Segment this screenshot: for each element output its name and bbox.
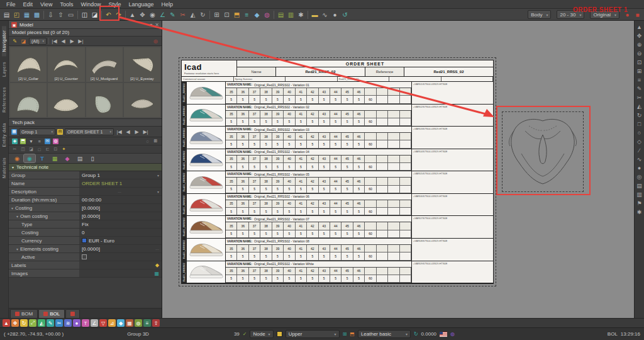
last-sheet-button[interactable]: ▶| — [142, 128, 149, 135]
pen-icon[interactable]: ✎ — [168, 10, 177, 20]
technical-note-header[interactable]: ▾ Technical note — [9, 164, 162, 171]
sync-icon[interactable]: ↻ — [414, 331, 418, 337]
layers-icon[interactable]: ≡ — [242, 10, 252, 20]
menu-language[interactable]: Language — [125, 1, 157, 8]
material-icon[interactable]: ◆ — [252, 10, 262, 20]
rr-fit-icon[interactable]: ⊡ — [635, 58, 643, 66]
rr-wave-icon[interactable]: ∿ — [635, 155, 643, 163]
bs-export-icon[interactable]: ⇧ — [152, 319, 160, 327]
rr-cut-icon[interactable]: ✂ — [635, 93, 643, 101]
property-row[interactable]: Type Fix — [9, 220, 162, 229]
import-icon[interactable]: ⇩ — [46, 10, 55, 20]
mode-note-icon[interactable]: ◉ — [24, 154, 35, 162]
rr-hand-icon[interactable]: ✥ — [635, 31, 643, 40]
variation-row[interactable]: Red21_RRSS02 VARIATION NAME: Original_Re… — [182, 194, 493, 217]
menu-file[interactable]: File — [3, 1, 19, 8]
label-tag-icon[interactable]: ⬥ — [155, 262, 159, 269]
export-icon[interactable]: ⇧ — [56, 10, 65, 20]
model-piece-thumbnail[interactable]: [2] U_Collar — [10, 47, 47, 82]
variation-row[interactable]: Red21_RRSS02 VARIATION NAME: Original_Re… — [182, 149, 493, 172]
bs-color-icon[interactable]: ◍ — [135, 319, 142, 327]
property-row[interactable]: ▾Own costing [0.0000] — [9, 212, 162, 220]
property-value[interactable]: [0.0000] — [79, 204, 162, 212]
box-icon[interactable]: □ — [36, 147, 42, 152]
mirror-icon[interactable]: ◭ — [188, 10, 197, 20]
property-value[interactable] — [79, 253, 162, 261]
link-icon[interactable]: ◈ — [12, 139, 18, 144]
variation-row[interactable]: Red21_RRSS02 VARIATION NAME: Original_Re… — [182, 261, 493, 284]
property-row[interactable]: Active — [9, 253, 162, 261]
property-value[interactable]: ORDER SHEET 1 — [79, 179, 162, 187]
property-row[interactable]: Duration (hh:mm:ss) 00:00:00 — [9, 196, 162, 204]
lock-icon[interactable]: ⬒ — [20, 139, 26, 144]
rotate-icon[interactable]: ↻ — [198, 10, 208, 20]
order-sheet-document[interactable]: Icad Footwear revolution starts here ORD… — [181, 60, 494, 284]
eraser-icon[interactable]: ◪ — [20, 38, 27, 45]
rr-target-icon[interactable]: ◎ — [635, 173, 643, 181]
point-icon[interactable]: ● — [330, 10, 340, 20]
rail-tab-references[interactable]: References — [2, 82, 6, 117]
bs-seam-icon[interactable]: ≋ — [64, 319, 72, 327]
save-all-icon[interactable]: ▩ — [32, 10, 42, 20]
first-sheet-button[interactable]: |◀ — [116, 128, 123, 135]
palette-icon[interactable]: ◍ — [53, 139, 58, 144]
mail-icon[interactable]: ✉ — [45, 139, 50, 144]
variation-row[interactable]: Red21_RRSS02 VARIATION NAME: Original_Re… — [182, 127, 493, 149]
rr-rotate-icon[interactable]: ↻ — [635, 111, 643, 119]
pieces-filter-select[interactable]: (All)▾ — [29, 38, 47, 45]
bs-punch-icon[interactable]: ● — [73, 319, 80, 327]
pan-icon[interactable]: ✥ — [138, 10, 147, 20]
chevron-down-icon[interactable]: ▾ — [157, 173, 159, 178]
rr-flag-icon[interactable]: ⚑ — [635, 199, 643, 207]
property-value[interactable]: ▦ — [79, 269, 162, 277]
property-value[interactable]: 0 — [79, 229, 162, 236]
variation-row[interactable]: Red21_RRSS02 VARIATION NAME: Original_Re… — [182, 82, 493, 105]
knife-icon[interactable]: ✂ — [178, 10, 187, 20]
pin-icon[interactable]: ▼ — [28, 139, 34, 144]
color-swatch[interactable] — [277, 331, 282, 337]
close-panel-icon[interactable]: ✕ — [155, 22, 159, 28]
lock-icon[interactable]: ⬒ — [350, 331, 355, 337]
rr-mirror-icon[interactable]: ◭ — [635, 102, 643, 110]
language-flag-icon[interactable] — [440, 332, 447, 337]
tech-pack-icon[interactable]: ▥ — [286, 10, 296, 20]
next-sheet-button[interactable]: ▶ — [133, 128, 140, 135]
bs-material-icon[interactable]: ▦ — [126, 319, 133, 327]
property-value[interactable]: Group 1▾ — [79, 171, 162, 179]
brush-icon[interactable]: ✎ — [11, 38, 18, 45]
model-piece-thumbnail[interactable] — [10, 83, 47, 118]
grid-icon[interactable]: ⊞ — [153, 139, 158, 144]
drawing-canvas[interactable]: Icad Footwear revolution starts here ORD… — [162, 21, 634, 318]
property-value[interactable]: 00:00:00 — [79, 196, 162, 203]
layer-select[interactable]: Upper▾ — [286, 330, 340, 338]
bs-select-icon[interactable]: ▲ — [3, 319, 10, 327]
copy-icon[interactable]: ◫ — [20, 147, 26, 152]
image-icon[interactable]: ▦ — [154, 271, 159, 276]
mode-page-icon[interactable]: ▯ — [87, 154, 98, 162]
paste-icon[interactable]: ◪ — [28, 147, 34, 152]
bs-layers-icon[interactable]: ≡ — [143, 319, 151, 327]
bs-notch-icon[interactable]: ▽ — [99, 319, 107, 327]
rr-stack-icon[interactable]: ▤ — [635, 181, 643, 190]
rr-square-icon[interactable]: □ — [635, 120, 643, 128]
snap-icon[interactable]: ⊡ — [222, 10, 231, 20]
rr-pen-icon[interactable]: ✎ — [635, 84, 643, 93]
rr-diamond-icon[interactable]: ◇ — [635, 137, 643, 145]
property-row[interactable]: ▾Costing [0.0000] — [9, 204, 162, 212]
material-select[interactable]: Leather basic▾ — [358, 330, 411, 338]
last-piece-button[interactable]: ▶| — [77, 38, 84, 45]
list-icon[interactable]: ≡ — [36, 139, 42, 144]
select-icon[interactable]: ▲ — [128, 10, 137, 20]
active-checkbox[interactable] — [82, 254, 87, 259]
variation-row[interactable]: Red21_RRSS02 VARIATION NAME: Original_Re… — [182, 239, 493, 261]
rr-zoom-in-icon[interactable]: ⊕ — [635, 40, 643, 48]
property-row[interactable]: Costing 0 — [9, 229, 162, 237]
bs-grade-icon[interactable]: ⊿ — [108, 319, 116, 327]
tab-bom[interactable]: BOM — [10, 309, 38, 318]
refresh-icon[interactable]: ↺ — [340, 10, 350, 20]
lock-icon[interactable]: ⬒ — [232, 10, 242, 20]
rr-circle-icon[interactable]: ○ — [635, 128, 643, 137]
rail-tab-entity-data[interactable]: Entity data — [2, 118, 6, 152]
mode-text-icon[interactable]: T — [36, 154, 48, 162]
rr-gear-icon[interactable]: ✱ — [635, 208, 643, 216]
